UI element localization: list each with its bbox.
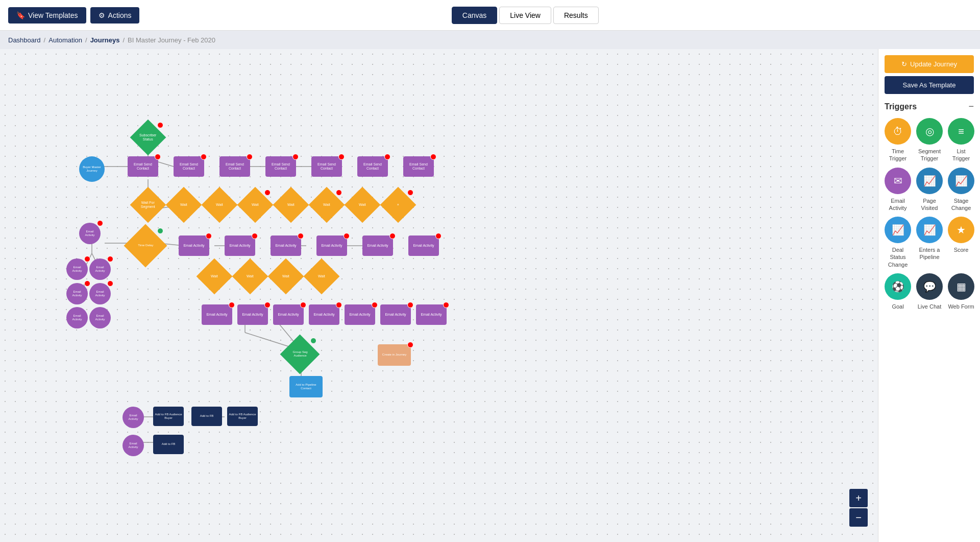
- trigger-item-page-visited[interactable]: 📈Page Visited: [916, 168, 943, 212]
- save-as-template-button[interactable]: Save As Template: [885, 76, 974, 94]
- actions-button[interactable]: ⚙ Actions: [90, 7, 140, 23]
- badge: [229, 302, 235, 308]
- tab-live-view[interactable]: Live View: [499, 7, 551, 24]
- goal-label: Goal: [892, 303, 903, 310]
- node-br1-4[interactable]: Add to FB Audience Buyer: [227, 407, 258, 426]
- node-p1[interactable]: Email Send Contact: [128, 156, 158, 177]
- trigger-item-email-activity[interactable]: ✉Email Activity: [885, 168, 911, 212]
- badge: [264, 302, 271, 308]
- score-label: Score: [954, 246, 969, 253]
- node-ls4[interactable]: Email Activity: [89, 283, 111, 304]
- node-m2[interactable]: Email Activity: [225, 235, 255, 256]
- node-r3-2[interactable]: Email Activity: [237, 304, 268, 325]
- stage-change-icon: 📈: [948, 168, 974, 194]
- node-p3[interactable]: Email Send Contact: [219, 156, 250, 177]
- badge: [201, 154, 207, 160]
- node-d8[interactable]: ×: [385, 192, 411, 218]
- trigger-item-goal[interactable]: ⚽Goal: [885, 273, 911, 310]
- node-d7[interactable]: Wait: [350, 192, 375, 218]
- canvas-area[interactable]: Buyer Master Journey Subscriber Status E…: [0, 49, 878, 542]
- node-bottom-diamond[interactable]: Group Seg Audience: [286, 340, 314, 368]
- node-p6[interactable]: Email Send Contact: [357, 156, 388, 177]
- trigger-item-time-trigger[interactable]: ⏱Time Trigger: [885, 118, 911, 162]
- breadcrumb-journeys[interactable]: Journeys: [90, 36, 120, 44]
- node-main-diamond[interactable]: Time Delay: [130, 230, 161, 261]
- node-ls1[interactable]: Email Activity: [66, 258, 88, 280]
- web-form-label: Web Form: [948, 303, 974, 310]
- node-r3-3[interactable]: Email Activity: [273, 304, 304, 325]
- page-visited-label: Page Visited: [916, 197, 943, 212]
- trigger-item-deal-status-change[interactable]: 📈Deal Status Change: [885, 217, 911, 268]
- node-m1[interactable]: Email Activity: [179, 235, 209, 256]
- node-ls2[interactable]: Email Activity: [89, 258, 111, 280]
- node-md2[interactable]: Wait: [237, 264, 263, 289]
- node-d4[interactable]: Wait: [242, 192, 268, 218]
- node-p7[interactable]: Email Send Contact: [403, 156, 434, 177]
- node-d3[interactable]: Wait: [207, 192, 232, 218]
- node-br2-2[interactable]: Add to FB: [153, 435, 184, 454]
- time-trigger-label: Time Trigger: [885, 148, 911, 162]
- view-templates-button[interactable]: 🔖 View Templates: [8, 7, 86, 23]
- node-md4[interactable]: Wait: [309, 264, 334, 289]
- node-r3-5[interactable]: Email Activity: [345, 304, 375, 325]
- zoom-controls: + −: [849, 489, 868, 527]
- node-r3-7[interactable]: Email Activity: [416, 304, 447, 325]
- trigger-item-web-form[interactable]: ▦Web Form: [948, 273, 974, 310]
- badge: [107, 256, 113, 262]
- node-lc1[interactable]: Email Activity: [79, 223, 101, 244]
- node-md1[interactable]: Wait: [202, 264, 227, 289]
- header-left: 🔖 View Templates ⚙ Actions: [8, 7, 139, 23]
- breadcrumb-automation[interactable]: Automation: [48, 36, 82, 44]
- breadcrumb-dashboard[interactable]: Dashboard: [8, 36, 41, 44]
- canvas-scroll[interactable]: Buyer Master Journey Subscriber Status E…: [0, 49, 878, 542]
- badge: [155, 154, 161, 160]
- node-ls3[interactable]: Email Activity: [66, 283, 88, 304]
- triggers-grid: ⏱Time Trigger◎Segment Trigger≡List Trigg…: [885, 118, 974, 310]
- trigger-item-enters-pipeline[interactable]: 📈Enters a Pipeline: [916, 217, 943, 268]
- trigger-item-score[interactable]: ★Score: [948, 217, 974, 268]
- node-p5[interactable]: Email Send Contact: [311, 156, 342, 177]
- node-p4[interactable]: Email Send Contact: [265, 156, 296, 177]
- tab-canvas[interactable]: Canvas: [452, 7, 497, 24]
- node-d5[interactable]: Wait: [278, 192, 304, 218]
- save-as-template-label: Save As Template: [903, 81, 956, 89]
- node-r3-1[interactable]: Email Activity: [202, 304, 232, 325]
- badge-green: [310, 338, 316, 344]
- node-buyer-master[interactable]: Buyer Master Journey: [79, 156, 105, 182]
- trigger-item-segment-trigger[interactable]: ◎Segment Trigger: [916, 118, 943, 162]
- trigger-item-stage-change[interactable]: 📈Stage Change: [948, 168, 974, 212]
- zoom-out-button[interactable]: −: [849, 508, 868, 527]
- badge: [264, 190, 271, 196]
- badge: [97, 220, 103, 226]
- node-r3-6[interactable]: Email Activity: [380, 304, 411, 325]
- node-br1-3[interactable]: Add to FB: [191, 407, 222, 426]
- node-m5[interactable]: Email Activity: [362, 235, 393, 256]
- sidebar-collapse-button[interactable]: −: [968, 101, 974, 112]
- node-r3-4[interactable]: Email Activity: [309, 304, 339, 325]
- node-br2-1[interactable]: Email Activity: [122, 435, 144, 456]
- node-br1-1[interactable]: Email Activity: [122, 407, 144, 428]
- tab-results[interactable]: Results: [553, 7, 599, 24]
- badge: [206, 233, 212, 239]
- node-ls5[interactable]: Email Activity: [66, 307, 88, 328]
- zoom-in-button[interactable]: +: [849, 489, 868, 507]
- node-d2[interactable]: Wait: [171, 192, 197, 218]
- node-ls6[interactable]: Email Activity: [89, 307, 111, 328]
- node-m4[interactable]: Email Activity: [316, 235, 347, 256]
- node-p2[interactable]: Email Send Contact: [174, 156, 204, 177]
- trigger-item-live-chat[interactable]: 💬Live Chat: [916, 273, 943, 310]
- node-bottom-peach[interactable]: Create in Journey: [378, 344, 411, 366]
- node-md3[interactable]: Wait: [273, 264, 299, 289]
- badge: [430, 154, 436, 160]
- node-m6[interactable]: Email Activity: [408, 235, 439, 256]
- update-journey-button[interactable]: ↻ Update Journey: [885, 55, 974, 73]
- node-m3[interactable]: Email Activity: [271, 235, 301, 256]
- node-top-diamond[interactable]: Subscriber Status: [135, 125, 161, 150]
- page-visited-icon: 📈: [916, 168, 943, 194]
- node-br1-2[interactable]: Add to FB Audience Buyer: [153, 407, 184, 426]
- canvas-content: Buyer Master Journey Subscriber Status E…: [0, 49, 612, 483]
- node-d6[interactable]: Wait: [314, 192, 339, 218]
- node-blue-bottom[interactable]: Add to Pipeline Contact: [289, 376, 323, 397]
- node-d1[interactable]: Wait For Segment: [135, 192, 161, 218]
- trigger-item-list-trigger[interactable]: ≡List Trigger: [948, 118, 974, 162]
